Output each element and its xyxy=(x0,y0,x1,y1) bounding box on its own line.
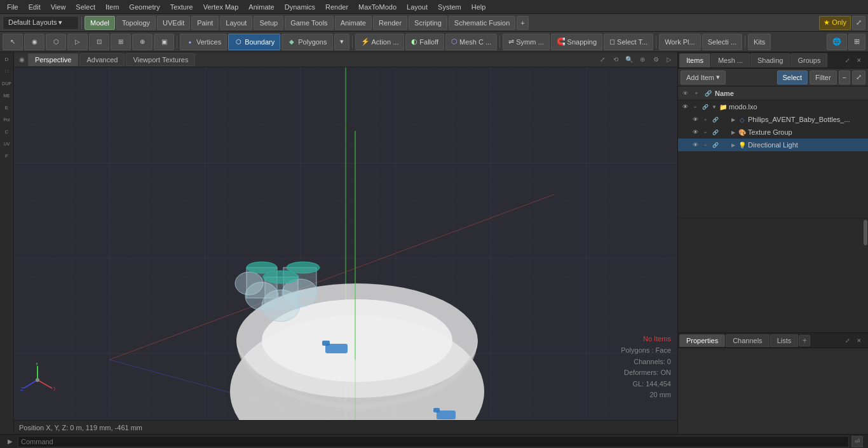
tab-layout[interactable]: Layout xyxy=(220,16,252,30)
star-only-button[interactable]: ★ Only xyxy=(819,16,851,30)
menu-edit[interactable]: Edit xyxy=(24,2,45,12)
tab-schematic-fusion[interactable]: Schematic Fusion xyxy=(449,16,515,30)
default-layouts-button[interactable]: Default Layouts ▾ xyxy=(3,16,79,30)
vertices-button[interactable]: ⬥ Vertices xyxy=(180,34,227,50)
sidebar-icon-pol[interactable]: Pol xyxy=(1,114,13,125)
viewport-settings-icon[interactable]: ⚙ xyxy=(650,54,661,65)
menu-view[interactable]: View xyxy=(46,2,71,12)
add-item-button[interactable]: Add Item ▾ xyxy=(681,71,726,85)
symm-button[interactable]: ⇌ Symm ... xyxy=(503,34,549,50)
menu-maxtomodo[interactable]: MaxToModo xyxy=(354,2,401,12)
plus-icon-light[interactable]: + xyxy=(701,140,710,149)
expand-modo[interactable]: ▼ xyxy=(711,104,717,110)
menu-render[interactable]: Render xyxy=(321,2,353,12)
prop-tab-channels[interactable]: Channels xyxy=(726,334,769,347)
sidebar-icon-uv[interactable]: UV xyxy=(1,138,13,149)
panel-tab-groups[interactable]: Groups xyxy=(790,53,827,67)
link-icon-texture[interactable]: 🔗 xyxy=(711,128,720,137)
expand-light[interactable]: ▶ xyxy=(730,142,736,148)
select-t-button[interactable]: ◻ Select T... xyxy=(604,34,653,50)
tab-topology[interactable]: Topology xyxy=(116,16,156,30)
tab-setup[interactable]: Setup xyxy=(254,16,283,30)
panel-tab-items[interactable]: Items xyxy=(679,53,710,67)
item-row-texture-group[interactable]: 👁 + 🔗 ▶ 🎨 Texture Group xyxy=(678,126,868,139)
tool-circle-icon[interactable]: ◉ xyxy=(24,34,44,50)
kits-button[interactable]: Kits xyxy=(748,34,771,50)
menu-layout[interactable]: Layout xyxy=(402,2,432,12)
plus-icon-texture[interactable]: + xyxy=(701,128,710,137)
tab-uvedit[interactable]: UVEdit xyxy=(157,16,190,30)
item-row-modo-lxo[interactable]: 👁 + 🔗 ▼ 📁 modo.lxo xyxy=(678,100,868,113)
items-filter-button[interactable]: Filter xyxy=(810,71,836,85)
sidebar-icon-1[interactable]: D xyxy=(1,53,13,65)
plus-icon-modo[interactable]: + xyxy=(691,102,700,111)
tab-model[interactable]: Model xyxy=(85,16,115,30)
menu-item[interactable]: Item xyxy=(101,2,123,12)
boundary-button[interactable]: ⬡ Boundary xyxy=(228,34,280,50)
vis-icon-modo[interactable]: 👁 xyxy=(681,102,689,111)
link-icon-philips[interactable]: 🔗 xyxy=(711,115,720,124)
tool-grid-icon[interactable]: ⊞ xyxy=(111,34,131,50)
viewport-add-icon[interactable]: ⊕ xyxy=(637,54,648,65)
viewport-fit-icon[interactable]: ⤢ xyxy=(597,54,608,65)
tab-scripting[interactable]: Scripting xyxy=(409,16,447,30)
viewport-tab-perspective[interactable]: Perspective xyxy=(28,53,78,66)
command-input[interactable] xyxy=(18,436,849,447)
viewport-play-icon[interactable]: ▷ xyxy=(663,54,675,65)
mesh-c-button[interactable]: ⬡ Mesh C ... xyxy=(445,34,497,50)
viewport-search-icon[interactable]: 🔍 xyxy=(623,54,635,65)
component-dropdown[interactable]: ▾ xyxy=(334,34,349,50)
falloff-button[interactable]: ◐ Falloff xyxy=(405,34,444,50)
snapping-button[interactable]: 🧲 Snapping xyxy=(551,34,603,50)
viewport-reset-icon[interactable]: ⟲ xyxy=(610,54,621,65)
tool-box-icon[interactable]: ⊡ xyxy=(89,34,109,50)
bottom-arrow-icon[interactable]: ▶ xyxy=(5,437,15,447)
tool-plus-circle-icon[interactable]: ⊕ xyxy=(132,34,153,50)
vis-icon-light[interactable]: 👁 xyxy=(691,140,700,149)
prop-tab-lists[interactable]: Lists xyxy=(770,334,799,347)
items-select-button[interactable]: Select xyxy=(777,71,808,85)
item-row-directional-light[interactable]: 👁 + 🔗 ▶ 💡 Directional Light xyxy=(678,139,868,151)
polygons-button[interactable]: ◆ Polygons xyxy=(281,34,332,50)
link-icon-modo[interactable]: 🔗 xyxy=(701,102,710,111)
link-icon-light[interactable]: 🔗 xyxy=(711,140,720,149)
items-expand-button[interactable]: ⤢ xyxy=(852,71,865,85)
prop-tab-properties[interactable]: Properties xyxy=(679,334,725,347)
plus-icon-philips[interactable]: + xyxy=(701,115,710,124)
add-tab-button[interactable]: + xyxy=(517,16,528,30)
sidebar-icon-2[interactable]: ∷ xyxy=(1,65,13,77)
sidebar-icon-f[interactable]: F xyxy=(1,150,13,161)
sidebar-icon-dup[interactable]: DUP xyxy=(1,78,13,89)
vis-icon-texture[interactable]: 👁 xyxy=(691,128,700,137)
tool-select-icon[interactable]: ↖ xyxy=(3,34,23,50)
action-button[interactable]: ⚡ Action ... xyxy=(355,34,405,50)
sidebar-icon-c[interactable]: C xyxy=(1,126,13,137)
menu-texture[interactable]: Texture xyxy=(166,2,198,12)
panel-tab-shading[interactable]: Shading xyxy=(750,53,790,67)
menu-animate[interactable]: Animate xyxy=(244,2,278,12)
scroll-thumb[interactable] xyxy=(864,220,867,245)
view-icon-btn[interactable]: ⊞ xyxy=(848,34,865,50)
panel-expand-icon[interactable]: ⤢ xyxy=(843,55,853,65)
menu-vertex-map[interactable]: Vertex Map xyxy=(199,2,243,12)
menu-file[interactable]: File xyxy=(3,2,23,12)
viewport-tab-textures[interactable]: Viewport Textures xyxy=(126,53,195,66)
panel-tab-mesh[interactable]: Mesh ... xyxy=(711,53,750,67)
tab-paint[interactable]: Paint xyxy=(191,16,219,30)
vis-icon-philips[interactable]: 👁 xyxy=(691,115,700,124)
viewport-tab-advanced[interactable]: Advanced xyxy=(79,53,125,66)
tool-rect-icon[interactable]: ▣ xyxy=(154,34,174,50)
menu-geometry[interactable]: Geometry xyxy=(125,2,164,12)
command-exec-button[interactable]: ⏎ xyxy=(851,436,863,447)
tab-animate[interactable]: Animate xyxy=(335,16,372,30)
menu-system[interactable]: System xyxy=(433,2,466,12)
prop-close-icon[interactable]: ✕ xyxy=(854,336,864,346)
menu-dynamics[interactable]: Dynamics xyxy=(280,2,320,12)
viewport-3d[interactable]: X Y Z No Items Polygons : Face Channels:… xyxy=(14,67,677,420)
tool-arrow-icon[interactable]: ▷ xyxy=(67,34,88,50)
expand-button[interactable]: ⤢ xyxy=(852,16,865,30)
expand-philips[interactable]: ▶ xyxy=(730,116,736,123)
tab-game-tools[interactable]: Game Tools xyxy=(285,16,334,30)
sidebar-icon-e[interactable]: E xyxy=(1,102,13,113)
expand-texture[interactable]: ▶ xyxy=(730,129,736,135)
